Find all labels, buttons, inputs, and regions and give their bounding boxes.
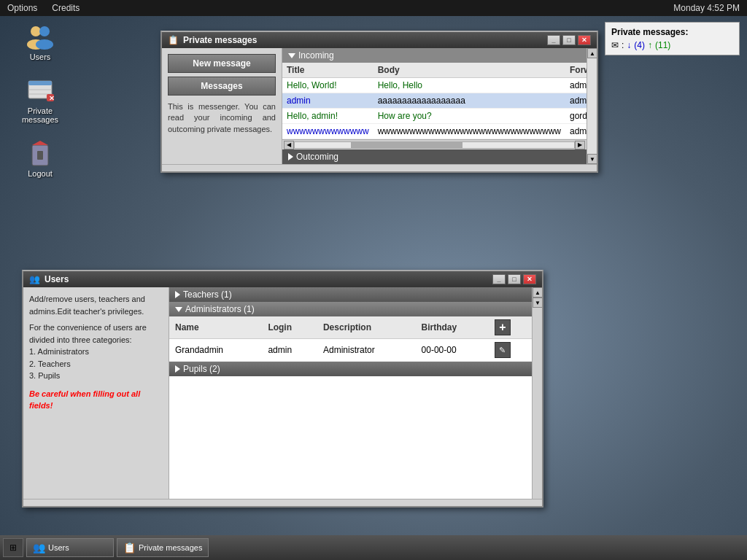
pm-maximize-btn[interactable]: □ (562, 35, 576, 45)
pm-icon-label: Privatemessages (22, 106, 58, 124)
table-row[interactable]: Hello, admin! How are you? gordon (282, 109, 587, 124)
row-forward: admin (565, 78, 587, 93)
users-minimize-btn[interactable]: _ (492, 274, 506, 284)
pupils-expand-icon (175, 365, 180, 373)
users-desktop-icon[interactable]: Users (15, 22, 66, 61)
desktop-icons: Users ✕ Privatemessages Logout (15, 22, 66, 178)
col-login: Login (262, 316, 317, 339)
logout-desktop-icon[interactable]: Logout (15, 139, 66, 178)
pm-minimize-btn[interactable]: _ (547, 35, 560, 45)
svg-point-0 (31, 26, 41, 36)
cat-pupils: 3. Pupils (29, 370, 163, 382)
col-forward: Forwa... (565, 63, 587, 78)
menu-credits[interactable]: Credits (44, 1, 87, 15)
users-icon-label: Users (30, 52, 51, 61)
logout-icon (26, 139, 55, 168)
pupils-label: Pupils (2) (183, 364, 220, 374)
notif-up-count: (11) (655, 40, 670, 50)
pm-main-area: Incoming Title Body Forwa... Hello, Worl… (282, 48, 597, 164)
users-icon (26, 22, 55, 51)
scroll-thumb-h (351, 142, 462, 148)
svg-point-3 (36, 39, 53, 50)
users-main-area: Teachers (1) Administrators (1) Name Log… (169, 287, 542, 499)
users-desc1: Add/remove users, teachers and admins.Ed… (29, 293, 163, 317)
admins-section-header[interactable]: Administrators (1) (169, 302, 532, 316)
notif-down-arrow: ↓ (627, 40, 631, 50)
admins-label: Administrators (1) (185, 304, 255, 314)
pm-window: 📋 Private messages _ □ ✕ New message Mes… (160, 31, 598, 173)
scroll-down-btn[interactable]: ▼ (587, 154, 597, 164)
users-titlebar[interactable]: 👥 Users _ □ ✕ (23, 271, 542, 287)
col-actions: + (489, 316, 532, 339)
users-title-icon: 👥 (29, 274, 40, 284)
taskbar-users-item[interactable]: 👥 Users (26, 538, 114, 557)
col-birthday: Birthday (416, 316, 489, 339)
pm-body: New message Messages This is messenger. … (162, 48, 597, 164)
taskbar-pm-item[interactable]: 📋 Private messages (117, 538, 209, 557)
scroll-right-btn[interactable]: ▶ (575, 141, 585, 149)
logout-icon-label: Logout (28, 169, 53, 178)
table-row[interactable]: Hello, World! Hello, Hello admin (282, 78, 587, 93)
clock: Monday 4:52 PM (673, 3, 740, 13)
taskbar: ⊞ 👥 Users 📋 Private messages (0, 535, 747, 560)
pm-close-btn[interactable]: ✕ (578, 35, 591, 45)
col-body: Body (374, 63, 565, 78)
row-body: aaaaaaaaaaaaaaaaaa (374, 93, 565, 109)
pm-title-icon: 📋 (168, 35, 179, 45)
new-message-button[interactable]: New message (168, 54, 276, 73)
notification-panel: Private messages: ✉ : ↓ (4) ↑ (11) (605, 22, 740, 55)
outcoming-label: Outcoming (296, 152, 338, 162)
users-scroll-up-btn[interactable]: ▲ (533, 287, 542, 298)
svg-rect-5 (28, 81, 52, 85)
row-body: wwwwwwwwwwwwwwwwwwwwwwwwwwwww (374, 124, 565, 139)
taskbar-pm-icon: 📋 (123, 542, 136, 553)
admins-collapse-icon (175, 307, 182, 312)
start-icon: ⊞ (9, 542, 17, 553)
table-row[interactable]: admin aaaaaaaaaaaaaaaaaa admin (282, 93, 587, 109)
svg-marker-11 (32, 141, 48, 145)
pm-titlebar[interactable]: 📋 Private messages _ □ ✕ (162, 32, 597, 48)
users-title-text: Users (44, 274, 488, 284)
col-description: Description (317, 316, 416, 339)
row-forward: gordon (565, 109, 587, 124)
cat-teachers: 2. Teachers (29, 358, 163, 370)
pm-sidebar: New message Messages This is messenger. … (162, 48, 282, 164)
pm-icon: ✕ (26, 76, 55, 105)
pm-desktop-icon[interactable]: ✕ Privatemessages (15, 76, 66, 124)
taskbar-start-button[interactable]: ⊞ (3, 538, 23, 557)
incoming-collapse-icon (288, 53, 295, 58)
messages-button[interactable]: Messages (168, 77, 276, 96)
teachers-section-header[interactable]: Teachers (1) (169, 287, 532, 302)
scroll-track-h (294, 141, 575, 149)
pm-resize-handle[interactable] (162, 164, 597, 171)
users-table: Name Login Description Birthday + Granda… (169, 316, 532, 362)
users-scroll-down-btn[interactable]: ▼ (533, 298, 542, 308)
scroll-up-btn[interactable]: ▲ (587, 48, 597, 58)
add-user-button[interactable]: + (495, 319, 511, 335)
pm-horizontal-scrollbar[interactable]: ◀ ▶ (282, 139, 587, 149)
pm-title-text: Private messages (183, 35, 543, 45)
table-row[interactable]: wwwwwwwwwwwww wwwwwwwwwwwwwwwwwwwwwwwwww… (282, 124, 587, 139)
pm-sidebar-description: This is messenger. You can read your inc… (168, 101, 276, 135)
svg-rect-12 (37, 151, 43, 160)
teachers-expand-icon (175, 291, 180, 298)
pupils-section-header[interactable]: Pupils (2) (169, 362, 532, 376)
menu-options[interactable]: Options (0, 1, 44, 15)
taskbar-users-label: Users (48, 543, 69, 552)
users-maximize-btn[interactable]: □ (508, 274, 521, 284)
row-body: How are you? (374, 109, 565, 124)
incoming-header[interactable]: Incoming (282, 48, 587, 63)
cat-admin: 1. Administrators (29, 346, 163, 358)
edit-user-button[interactable]: ✎ (495, 342, 511, 358)
taskbar-pm-label: Private messages (139, 543, 202, 552)
table-row[interactable]: Grandadmin admin Administrator 00-00-00 … (169, 339, 532, 362)
scroll-left-btn[interactable]: ◀ (284, 141, 294, 149)
user-birthday: 00-00-00 (416, 339, 489, 362)
users-vertical-scrollbar[interactable]: ▲ ▼ (532, 287, 542, 499)
outcoming-header[interactable]: Outcoming (282, 149, 587, 164)
notification-row: ✉ : ↓ (4) ↑ (11) (611, 40, 733, 50)
pm-window-controls: _ □ ✕ (547, 35, 591, 45)
users-close-btn[interactable]: ✕ (523, 274, 536, 284)
svg-text:✕: ✕ (49, 95, 54, 102)
users-resize-handle[interactable] (23, 499, 542, 506)
